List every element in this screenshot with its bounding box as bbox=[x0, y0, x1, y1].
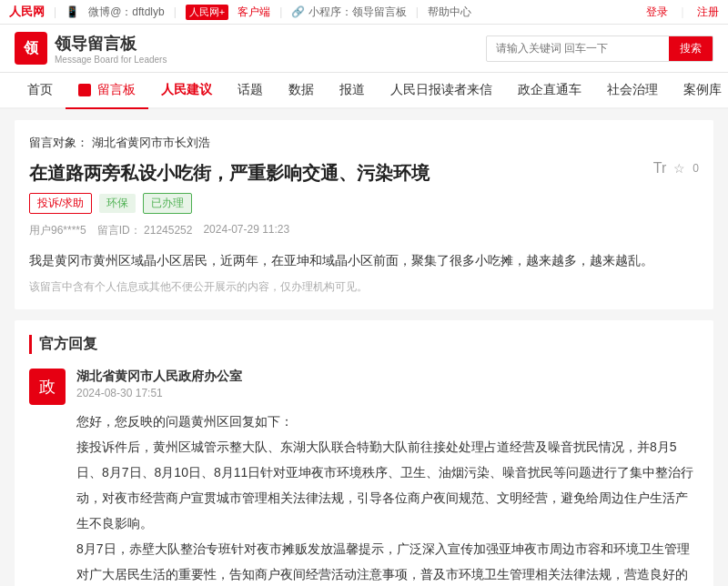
article-body: 我是黄冈市黄州区域晶小区居民，近两年，在亚坤和域晶小区前面，聚集了很多小吃摊，越… bbox=[29, 249, 699, 272]
tag-complaint[interactable]: 投诉/求助 bbox=[29, 193, 92, 214]
nav-liuyanban[interactable]: 留言板 bbox=[66, 73, 148, 109]
reply-org: 湖北省黄冈市人民政府办公室 bbox=[76, 369, 699, 385]
logo-icon: 领 bbox=[15, 32, 47, 65]
nav-zhili[interactable]: 社会治理 bbox=[594, 73, 671, 107]
translate-icon[interactable]: Tr bbox=[653, 160, 667, 177]
weibo-icon: 📱 bbox=[66, 5, 79, 18]
addressee-value: 湖北省黄冈市市长刘浩 bbox=[92, 136, 210, 149]
addressee: 留言对象： 湖北省黄冈市市长刘浩 bbox=[29, 135, 699, 151]
liuyan-id-label: 留言ID： 21245252 bbox=[97, 223, 193, 238]
star-count: 0 bbox=[693, 162, 699, 175]
nav-jianyijian[interactable]: 人民建议 bbox=[148, 73, 225, 107]
top-bar-left: 人民网 | 📱 微博@：dftdlyb | 人民网+ 客户端 | 🔗 小程序：领… bbox=[9, 4, 471, 20]
header-logo[interactable]: 领 领导留言板 Message Board for Leaders bbox=[15, 32, 167, 65]
nav-anli[interactable]: 案例库 bbox=[671, 73, 728, 107]
top-bar-right: 登录 ｜ 注册 bbox=[646, 5, 719, 20]
renmin-logo[interactable]: 人民网 bbox=[9, 4, 45, 20]
article-title: 在道路两旁私设小吃街，严重影响交通、污染环境 bbox=[29, 160, 642, 186]
header-brand: 领导留言板 Message Board for Leaders bbox=[55, 33, 167, 65]
tag-env: 环保 bbox=[99, 194, 136, 213]
reply-date: 2024-08-30 17:51 bbox=[76, 387, 699, 399]
xiaochengxu-label: 🔗 小程序：领导留言板 bbox=[291, 5, 406, 20]
star-icon[interactable]: ☆ bbox=[673, 161, 685, 176]
nav-home[interactable]: 首页 bbox=[15, 73, 66, 107]
reply-body: 您好，您反映的问题黄州区回复如下： 接投诉件后，黄州区城管示整大队、东湖大队联合… bbox=[76, 409, 699, 586]
header-search: 搜索 bbox=[486, 35, 713, 62]
bangzhong-label[interactable]: 帮助中心 bbox=[428, 5, 471, 20]
tags-row: 投诉/求助 环保 已办理 bbox=[29, 193, 699, 214]
search-box: 搜索 bbox=[486, 35, 713, 62]
article-meta: 用户96****5 留言ID： 21245252 2024-07-29 11:2… bbox=[29, 223, 699, 238]
nav-shuju[interactable]: 数据 bbox=[276, 73, 327, 107]
reply-section: 官方回复 政 湖北省黄冈市人民政府办公室 2024-08-30 17:51 您好… bbox=[15, 320, 713, 586]
article-date: 2024-07-29 11:23 bbox=[203, 223, 289, 238]
article-actions: Tr ☆ 0 bbox=[653, 160, 699, 177]
privacy-note: 该留言中含有个人信息或其他不便公开展示的内容，仅办理机构可见。 bbox=[29, 279, 699, 295]
reply-content: 湖北省黄冈市人民政府办公室 2024-08-30 17:51 您好，您反映的问题… bbox=[76, 369, 699, 586]
main-content: 留言对象： 湖北省黄冈市市长刘浩 在道路两旁私设小吃街，严重影响交通、污染环境 … bbox=[0, 109, 728, 586]
reply-title: 官方回复 bbox=[29, 335, 699, 354]
nav-huati[interactable]: 话题 bbox=[225, 73, 276, 107]
renminplus-logo: 人民网+ bbox=[186, 5, 228, 20]
weibo-label[interactable]: 微博@：dftdlyb bbox=[88, 5, 165, 20]
logo-text: 领导留言板 bbox=[55, 33, 167, 55]
quanmenpai-label[interactable]: 客户端 bbox=[238, 5, 270, 20]
nav-laixin[interactable]: 人民日报读者来信 bbox=[378, 73, 505, 107]
register-link[interactable]: 注册 bbox=[697, 5, 719, 20]
search-input[interactable] bbox=[487, 37, 669, 59]
reply-card: 政 湖北省黄冈市人民政府办公室 2024-08-30 17:51 您好，您反映的… bbox=[29, 369, 699, 586]
header: 领 领导留言板 Message Board for Leaders 搜索 bbox=[0, 25, 728, 73]
liuyanban-icon bbox=[78, 84, 91, 96]
nav-baodao[interactable]: 报道 bbox=[327, 73, 378, 107]
reply-avatar: 政 bbox=[29, 369, 66, 405]
top-bar: 人民网 | 📱 微博@：dftdlyb | 人民网+ 客户端 | 🔗 小程序：领… bbox=[0, 0, 728, 25]
user-id: 用户96****5 bbox=[29, 223, 86, 238]
renmin-jianyijian-icon: 人民建议 bbox=[161, 82, 212, 98]
logo-subtitle: Message Board for Leaders bbox=[55, 55, 167, 65]
login-link[interactable]: 登录 bbox=[646, 5, 668, 20]
search-button[interactable]: 搜索 bbox=[669, 36, 713, 61]
nav: 首页 留言板 人民建议 话题 数据 报道 人民日报读者来信 政企直通车 社会治理… bbox=[0, 73, 728, 109]
article-card: 留言对象： 湖北省黄冈市市长刘浩 在道路两旁私设小吃街，严重影响交通、污染环境 … bbox=[15, 120, 713, 309]
article-title-row: 在道路两旁私设小吃街，严重影响交通、污染环境 Tr ☆ 0 bbox=[29, 160, 699, 186]
nav-tongche[interactable]: 政企直通车 bbox=[505, 73, 594, 107]
tag-done: 已办理 bbox=[143, 193, 192, 214]
